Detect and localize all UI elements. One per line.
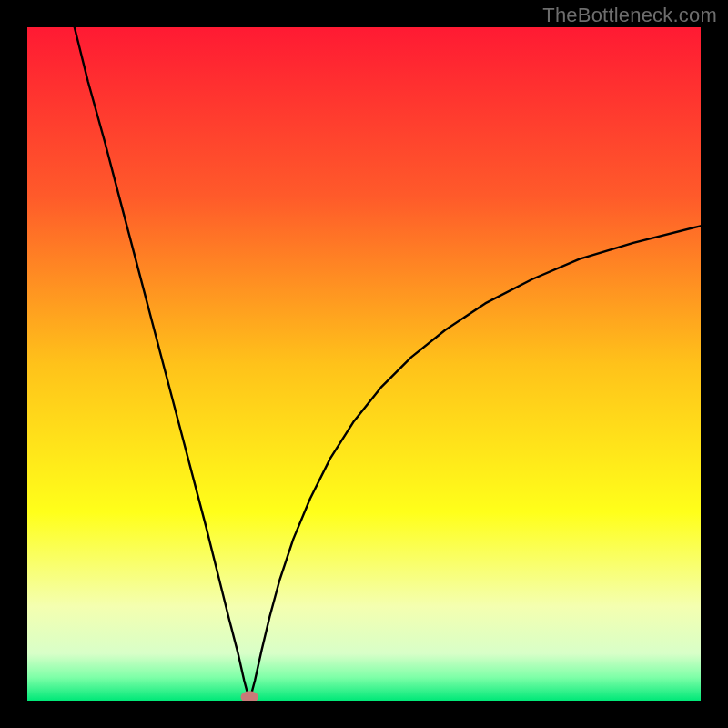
plot-area [27,27,701,701]
chart-background [27,27,701,701]
watermark-text: TheBottleneck.com [542,4,717,27]
chart-frame: TheBottleneck.com [0,0,728,728]
bottleneck-chart [27,27,701,701]
